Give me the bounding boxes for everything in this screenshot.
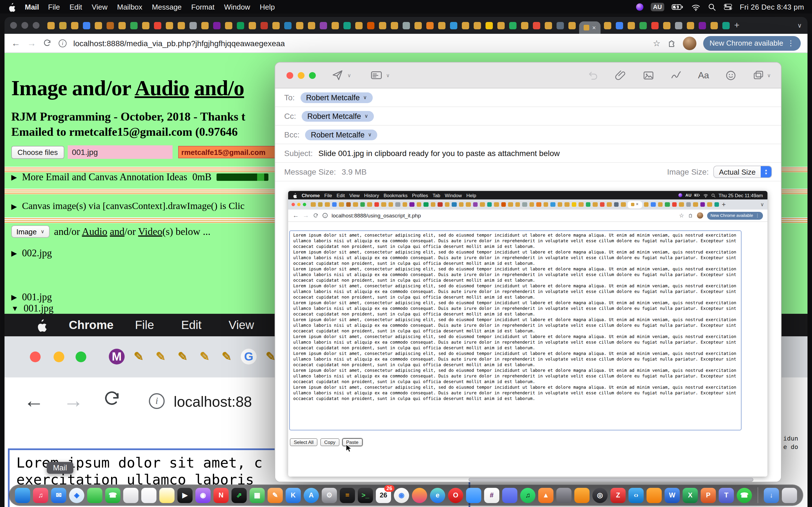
dock-icon[interactable]: ☎ bbox=[105, 488, 120, 503]
menubar-item[interactable]: File bbox=[48, 3, 60, 11]
pinned-tab-favicon[interactable] bbox=[699, 22, 706, 29]
dock-icon[interactable]: P bbox=[701, 488, 716, 503]
dock-icon[interactable] bbox=[87, 488, 102, 503]
pinned-tab-favicon[interactable] bbox=[616, 22, 623, 29]
dock-icon[interactable]: ↓ bbox=[764, 488, 779, 503]
pinned-tab-favicon[interactable] bbox=[474, 22, 481, 29]
dock-icon[interactable] bbox=[502, 488, 517, 503]
dock-icon[interactable]: ◎ bbox=[592, 488, 608, 503]
battery-icon[interactable] bbox=[672, 2, 684, 11]
media-type-select[interactable]: Image ∨ bbox=[11, 225, 49, 238]
pinned-tab-favicon[interactable] bbox=[651, 22, 659, 29]
message-body[interactable]: Chrome FileEditViewHistoryBookmarksProfi… bbox=[275, 181, 781, 482]
dock-icon[interactable]: O bbox=[448, 488, 463, 503]
chevron-down-icon[interactable]: ∨ bbox=[347, 72, 351, 78]
disclosure-open-icon[interactable]: ▼ bbox=[11, 304, 18, 313]
bookmark-star-icon[interactable]: ☆ bbox=[653, 38, 661, 48]
active-tab[interactable]: × bbox=[579, 21, 601, 34]
audio-link[interactable]: Audio bbox=[135, 76, 189, 100]
and-or-link[interactable]: and/o bbox=[194, 76, 244, 100]
pinned-tab-favicon[interactable] bbox=[568, 22, 576, 29]
details-item-001[interactable]: ▶ 001.jpg bbox=[11, 291, 52, 303]
chevron-down-icon[interactable]: ∨ bbox=[368, 132, 371, 137]
disclosure-closed-icon[interactable]: ▶ bbox=[11, 202, 17, 210]
pinned-tab-favicon[interactable] bbox=[521, 22, 528, 29]
pinned-tab-favicon[interactable] bbox=[59, 22, 66, 29]
pinned-tab-favicon[interactable] bbox=[675, 22, 682, 29]
pinned-tab-favicon[interactable] bbox=[71, 22, 79, 29]
pinned-tab-favicon[interactable] bbox=[355, 22, 363, 29]
email-field[interactable] bbox=[178, 146, 277, 158]
menubar-item[interactable]: View bbox=[92, 3, 107, 11]
dock-icon[interactable]: # bbox=[484, 488, 499, 503]
dock-icon[interactable]: W bbox=[665, 488, 680, 503]
menubar-item[interactable]: Window bbox=[224, 3, 250, 11]
photo-browser-button[interactable]: ∨ bbox=[753, 69, 771, 81]
and-link[interactable]: and bbox=[110, 226, 124, 237]
minimize-window-button[interactable] bbox=[298, 72, 305, 79]
pinned-tab-favicon[interactable] bbox=[83, 22, 90, 29]
choose-files-button[interactable]: Choose files bbox=[11, 146, 64, 159]
menubar-item[interactable]: Mailbox bbox=[117, 3, 142, 11]
pinned-tab-favicon[interactable] bbox=[190, 22, 197, 29]
dock-icon[interactable]: ‹› bbox=[628, 488, 644, 503]
pinned-tab-favicon[interactable] bbox=[687, 22, 694, 29]
dock-icon[interactable] bbox=[466, 488, 481, 503]
pinned-tab-favicon[interactable] bbox=[509, 22, 516, 29]
input-source-indicator[interactable]: AU bbox=[651, 3, 664, 11]
address-bar[interactable]: localhost:8888/media_via_pb.php?jhfgjhgf… bbox=[73, 39, 285, 48]
new-chrome-available-button[interactable]: New Chrome available ⋮ bbox=[703, 36, 801, 50]
pinned-tab-favicon[interactable] bbox=[284, 22, 292, 29]
pinned-tab-favicon[interactable] bbox=[332, 22, 339, 29]
header-fields-button[interactable] bbox=[370, 69, 382, 81]
extensions-puzzle-icon[interactable] bbox=[667, 39, 676, 48]
compose-titlebar[interactable]: ∨ ∨ Aa ∨ bbox=[275, 62, 781, 89]
dock-icon[interactable]: ◈ bbox=[69, 488, 84, 503]
attached-screenshot-image[interactable]: Chrome FileEditViewHistoryBookmarksProfi… bbox=[288, 191, 767, 476]
format-text-button[interactable]: Aa bbox=[698, 70, 709, 80]
dock-icon[interactable] bbox=[15, 488, 30, 503]
pinned-tab-favicon[interactable] bbox=[497, 22, 505, 29]
apple-menu-icon[interactable] bbox=[8, 2, 16, 11]
pinned-tab-favicon[interactable] bbox=[95, 22, 102, 29]
pinned-tab-favicon[interactable] bbox=[722, 22, 730, 29]
pinned-tab-favicon[interactable] bbox=[533, 22, 540, 29]
menubar-item[interactable]: Format bbox=[191, 3, 214, 11]
wifi-icon[interactable] bbox=[691, 3, 700, 11]
pinned-tab-favicon[interactable] bbox=[367, 22, 374, 29]
pinned-tab-favicon[interactable] bbox=[640, 22, 647, 29]
pinned-tab-favicon[interactable] bbox=[308, 22, 315, 29]
dock-icon[interactable]: A bbox=[304, 488, 319, 503]
to-field[interactable]: To: Robert Metcalfe ∨ bbox=[275, 89, 781, 107]
dock-icon[interactable]: N bbox=[213, 488, 229, 503]
pinned-tab-favicon[interactable] bbox=[414, 22, 422, 29]
pinned-tab-favicon[interactable] bbox=[462, 22, 469, 29]
pinned-tab-favicon[interactable] bbox=[486, 22, 493, 29]
pinned-tab-favicon[interactable] bbox=[391, 22, 398, 29]
control-center-icon[interactable] bbox=[723, 2, 732, 11]
insert-image-button[interactable] bbox=[643, 69, 654, 81]
more-vertical-icon[interactable]: ⋮ bbox=[787, 39, 795, 47]
pinned-tab-favicon[interactable] bbox=[711, 22, 718, 29]
chevron-down-icon[interactable]: ∨ bbox=[386, 72, 390, 78]
recipient-pill[interactable]: Robert Metcalfe ∨ bbox=[300, 92, 372, 103]
subject-field[interactable]: Subject: Slide 001.jpg in clipboard read… bbox=[275, 144, 781, 163]
pinned-tab-favicon[interactable] bbox=[379, 22, 386, 29]
tab-search-chevron-icon[interactable]: ∨ bbox=[797, 22, 802, 29]
pinned-tab-favicon[interactable] bbox=[438, 22, 446, 29]
dock-icon[interactable]: ⚙ bbox=[322, 488, 337, 503]
close-window-button[interactable] bbox=[10, 22, 17, 29]
video-link[interactable]: Video bbox=[138, 226, 162, 237]
details-item-002[interactable]: ▶ 002.jpg bbox=[11, 247, 52, 259]
pinned-tab-favicon[interactable] bbox=[343, 22, 351, 29]
pinned-tab-favicon[interactable] bbox=[450, 22, 457, 29]
pinned-tab-favicon[interactable] bbox=[272, 22, 280, 29]
pinned-tab-favicon[interactable] bbox=[296, 22, 303, 29]
pinned-tab-favicon[interactable] bbox=[47, 22, 55, 29]
subject-text[interactable]: Slide 001.jpg in clipboard ready for you… bbox=[318, 149, 560, 158]
disclosure-closed-icon[interactable]: ▶ bbox=[11, 293, 17, 301]
dock-icon[interactable]: ▦ bbox=[250, 488, 265, 503]
details-item-001-expanded[interactable]: ▼ 001.jpg bbox=[11, 302, 54, 314]
profile-avatar[interactable] bbox=[683, 36, 696, 50]
attach-paperclip-button[interactable] bbox=[615, 69, 626, 81]
